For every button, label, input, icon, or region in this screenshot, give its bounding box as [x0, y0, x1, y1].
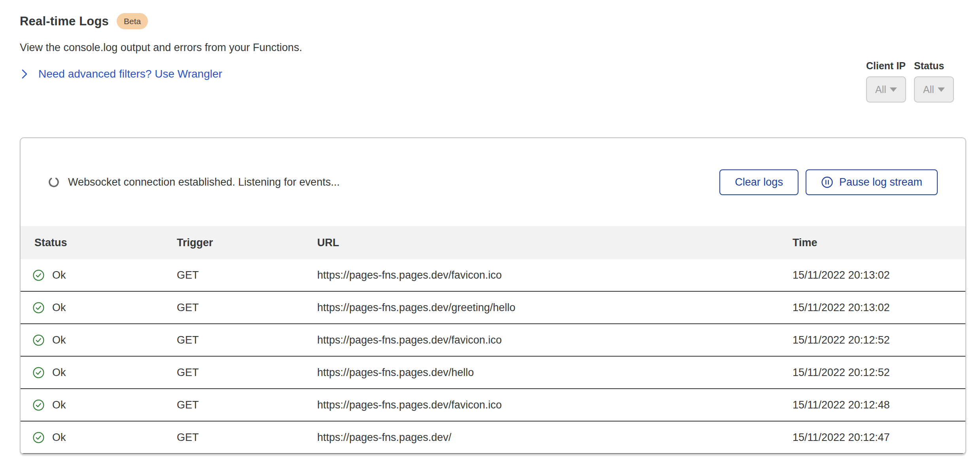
page-subtitle: View the console.log output and errors f… [20, 42, 302, 54]
log-panel: Websocket connection established. Listen… [20, 137, 966, 454]
trigger-value: GET [163, 302, 303, 314]
client-ip-filter-label: Client IP [866, 60, 906, 72]
wrangler-link-label: Need advanced filters? Use Wrangler [38, 68, 222, 80]
time-value: 15/11/2022 20:12:48 [779, 399, 965, 411]
check-circle-icon [32, 269, 45, 281]
url-value: https://pages-fns.pages.dev/favicon.ico [303, 334, 779, 346]
table-row[interactable]: Ok GET https://pages-fns.pages.dev/hello… [21, 357, 965, 389]
status-filter-value: All [923, 84, 934, 95]
status-value: Ok [52, 334, 66, 346]
pause-log-stream-button[interactable]: Pause log stream [806, 169, 938, 195]
page-header: Real-time Logs Beta View the console.log… [20, 13, 302, 80]
trigger-value: GET [163, 367, 303, 379]
trigger-value: GET [163, 431, 303, 444]
clear-logs-label: Clear logs [735, 176, 783, 188]
status-value: Ok [52, 399, 66, 411]
column-header-time: Time [779, 237, 965, 249]
check-circle-icon [32, 431, 45, 444]
caret-down-icon [938, 87, 945, 92]
beta-badge: Beta [117, 13, 148, 29]
url-value: https://pages-fns.pages.dev/favicon.ico [303, 269, 779, 281]
log-table-header: Status Trigger URL Time [21, 226, 965, 259]
status-filter-label: Status [914, 60, 954, 72]
pause-circle-icon [821, 176, 833, 188]
time-value: 15/11/2022 20:12:52 [779, 367, 965, 379]
table-row[interactable]: Ok GET https://pages-fns.pages.dev/favic… [21, 389, 965, 422]
column-header-url: URL [303, 237, 779, 249]
status-value: Ok [52, 431, 66, 444]
column-header-trigger: Trigger [163, 237, 303, 249]
url-value: https://pages-fns.pages.dev/greeting/hel… [303, 302, 779, 314]
caret-down-icon [890, 87, 897, 92]
time-value: 15/11/2022 20:12:47 [779, 431, 965, 444]
connection-status-bar: Websocket connection established. Listen… [21, 138, 965, 226]
status-filter: Status All [914, 60, 954, 103]
status-value: Ok [52, 302, 66, 314]
status-value: Ok [52, 269, 66, 281]
trigger-value: GET [163, 399, 303, 411]
url-value: https://pages-fns.pages.dev/ [303, 431, 779, 444]
client-ip-filter-select[interactable]: All [866, 76, 906, 103]
check-circle-icon [32, 302, 45, 314]
time-value: 15/11/2022 20:13:02 [779, 269, 965, 281]
check-circle-icon [32, 367, 45, 379]
spinner-icon [48, 177, 59, 188]
log-filters: Client IP All Status All [866, 60, 954, 103]
trigger-value: GET [163, 269, 303, 281]
wrangler-filters-link[interactable]: Need advanced filters? Use Wrangler [20, 68, 222, 80]
connection-status-message: Websocket connection established. Listen… [68, 176, 340, 188]
table-row[interactable]: Ok GET https://pages-fns.pages.dev/favic… [21, 259, 965, 292]
url-value: https://pages-fns.pages.dev/hello [303, 367, 779, 379]
url-value: https://pages-fns.pages.dev/favicon.ico [303, 399, 779, 411]
clear-logs-button[interactable]: Clear logs [719, 169, 798, 195]
check-circle-icon [32, 399, 45, 411]
time-value: 15/11/2022 20:13:02 [779, 302, 965, 314]
client-ip-filter: Client IP All [866, 60, 906, 103]
check-circle-icon [32, 334, 45, 346]
status-value: Ok [52, 367, 66, 379]
column-header-status: Status [21, 237, 163, 249]
pause-log-stream-label: Pause log stream [839, 176, 922, 188]
time-value: 15/11/2022 20:12:52 [779, 334, 965, 346]
table-row[interactable]: Ok GET https://pages-fns.pages.dev/favic… [21, 324, 965, 357]
log-table-body: Ok GET https://pages-fns.pages.dev/favic… [21, 259, 965, 454]
realtime-logs-page: Real-time Logs Beta View the console.log… [0, 0, 980, 471]
page-title: Real-time Logs [20, 14, 109, 28]
trigger-value: GET [163, 334, 303, 346]
client-ip-filter-value: All [875, 84, 886, 95]
table-row[interactable]: Ok GET https://pages-fns.pages.dev/greet… [21, 292, 965, 324]
table-row[interactable]: Ok GET https://pages-fns.pages.dev/ 15/1… [21, 422, 965, 454]
chevron-right-icon [20, 68, 30, 80]
status-filter-select[interactable]: All [914, 76, 954, 103]
